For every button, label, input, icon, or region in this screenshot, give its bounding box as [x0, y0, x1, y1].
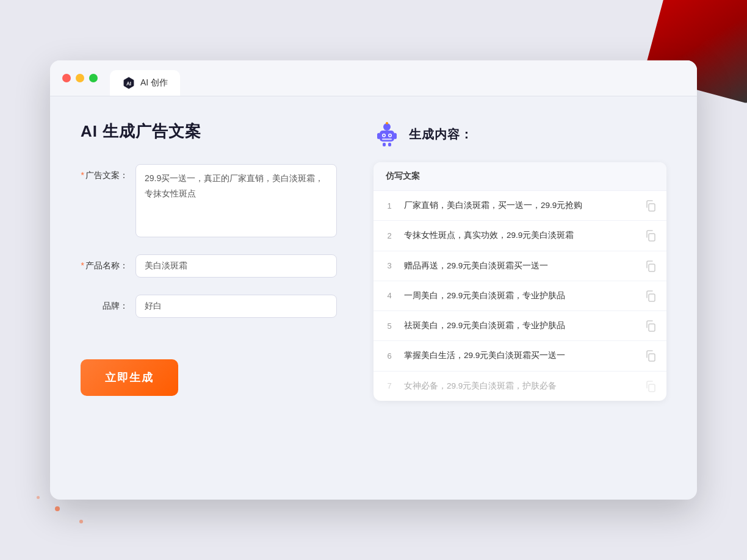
- brand-group: 品牌：: [81, 295, 337, 318]
- row-number: 6: [383, 351, 395, 361]
- svg-rect-15: [649, 234, 655, 241]
- row-number: 4: [383, 291, 395, 300]
- svg-rect-3: [377, 133, 380, 139]
- browser-window: AI AI 创作 AI 生成广告文案 *广告文案： 29.9买一送一，真正的厂家…: [50, 60, 697, 500]
- row-text: 女神必备，29.9元美白淡斑霜，护肤必备: [404, 380, 636, 392]
- copy-icon[interactable]: [644, 350, 657, 362]
- copy-icon[interactable]: [644, 290, 657, 302]
- ad-copy-input[interactable]: 29.9买一送一，真正的厂家直销，美白淡斑霜，专抹女性斑点: [135, 164, 337, 237]
- result-header: 生成内容：: [374, 121, 666, 148]
- ad-copy-label: *广告文案：: [81, 164, 135, 181]
- row-text: 赠品再送，29.9元美白淡斑霜买一送一: [404, 260, 636, 272]
- ad-copy-required: *: [81, 170, 84, 180]
- copy-icon[interactable]: [644, 260, 657, 272]
- svg-rect-18: [649, 324, 655, 331]
- brand-label: 品牌：: [81, 295, 135, 312]
- generate-button[interactable]: 立即生成: [81, 359, 178, 396]
- row-number: 3: [383, 261, 395, 270]
- tab-label: AI 创作: [140, 77, 168, 88]
- row-text: 厂家直销，美白淡斑霜，买一送一，29.9元抢购: [404, 199, 636, 212]
- table-row: 1 厂家直销，美白淡斑霜，买一送一，29.9元抢购: [374, 191, 666, 221]
- table-row: 3 赠品再送，29.9元美白淡斑霜买一送一: [374, 251, 666, 281]
- svg-rect-17: [649, 294, 655, 301]
- table-row: 4 一周美白，29.9元美白淡斑霜，专业护肤品: [374, 281, 666, 311]
- row-number: 5: [383, 321, 395, 331]
- title-bar: AI AI 创作: [50, 60, 697, 96]
- product-name-input[interactable]: [135, 254, 337, 278]
- svg-point-12: [386, 122, 388, 124]
- brand-input[interactable]: [135, 295, 337, 318]
- table-row: 7 女神必备，29.9元美白淡斑霜，护肤必备: [374, 372, 666, 401]
- product-name-label: *产品名称：: [81, 254, 135, 271]
- product-name-required: *: [81, 260, 84, 270]
- ai-tab-icon: AI: [122, 76, 135, 90]
- row-text: 一周美白，29.9元美白淡斑霜，专业护肤品: [404, 290, 636, 302]
- svg-rect-14: [649, 204, 655, 211]
- table-row: 5 祛斑美白，29.9元美白淡斑霜，专业护肤品: [374, 311, 666, 341]
- minimize-button[interactable]: [76, 74, 84, 82]
- copy-icon[interactable]: [644, 380, 657, 392]
- row-number: 7: [383, 381, 395, 390]
- copy-icon[interactable]: [644, 229, 657, 242]
- maximize-button[interactable]: [89, 74, 98, 82]
- tab-ai-creation[interactable]: AI AI 创作: [110, 70, 180, 96]
- row-text: 祛斑美白，29.9元美白淡斑霜，专业护肤品: [404, 320, 636, 332]
- results-container: 1 厂家直销，美白淡斑霜，买一送一，29.9元抢购 2 专抹女性斑点，真实功效，…: [374, 191, 666, 401]
- left-panel: AI 生成广告文案 *广告文案： 29.9买一送一，真正的厂家直销，美白淡斑霜，…: [81, 121, 337, 462]
- svg-rect-5: [383, 143, 386, 146]
- copy-icon[interactable]: [644, 199, 657, 212]
- row-text: 掌握美白生活，29.9元美白淡斑霜买一送一: [404, 350, 636, 362]
- row-number: 2: [383, 231, 395, 240]
- robot-icon: [374, 121, 400, 148]
- result-title: 生成内容：: [409, 126, 473, 143]
- row-text: 专抹女性斑点，真实功效，29.9元美白淡斑霜: [404, 229, 636, 242]
- svg-point-9: [383, 135, 385, 137]
- svg-rect-19: [649, 354, 655, 361]
- main-content: AI 生成广告文案 *广告文案： 29.9买一送一，真正的厂家直销，美白淡斑霜，…: [50, 96, 697, 487]
- right-panel: 生成内容： 仿写文案 1 厂家直销，美白淡斑霜，买一送一，29.9元抢购 2 专…: [374, 121, 666, 462]
- svg-text:AI: AI: [126, 81, 131, 87]
- ad-copy-group: *广告文案： 29.9买一送一，真正的厂家直销，美白淡斑霜，专抹女性斑点: [81, 164, 337, 237]
- svg-rect-6: [388, 143, 391, 146]
- results-table: 仿写文案 1 厂家直销，美白淡斑霜，买一送一，29.9元抢购 2 专抹女性斑点，…: [374, 162, 666, 401]
- page-title: AI 生成广告文案: [81, 121, 337, 142]
- table-row: 2 专抹女性斑点，真实功效，29.9元美白淡斑霜: [374, 221, 666, 251]
- close-button[interactable]: [62, 74, 71, 82]
- window-controls: [62, 70, 98, 96]
- svg-rect-16: [649, 264, 655, 271]
- copy-icon[interactable]: [644, 320, 657, 332]
- svg-rect-11: [382, 138, 392, 140]
- svg-point-10: [389, 135, 391, 137]
- table-header: 仿写文案: [374, 162, 666, 191]
- table-row: 6 掌握美白生活，29.9元美白淡斑霜买一送一: [374, 341, 666, 371]
- row-number: 1: [383, 201, 395, 210]
- svg-rect-4: [394, 133, 397, 139]
- product-name-group: *产品名称：: [81, 254, 337, 278]
- svg-rect-20: [649, 384, 655, 392]
